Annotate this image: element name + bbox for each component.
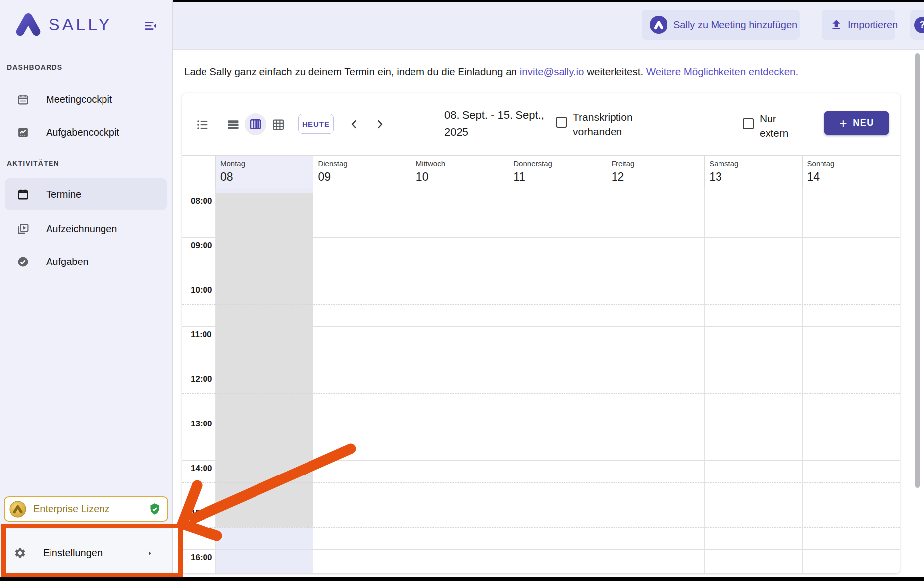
day-name: Montag (220, 159, 313, 168)
new-event-button[interactable]: + NEU (824, 111, 889, 135)
video-library-icon (17, 223, 29, 235)
bottom-black-edge (0, 577, 924, 581)
grid-halfhour-line (182, 438, 900, 438)
grid-hour-line (182, 416, 900, 416)
help-button[interactable]: ? (910, 10, 924, 40)
sidebar-item-aufgaben[interactable]: Aufgaben (0, 248, 172, 275)
sidebar-item-aufzeichnungen[interactable]: Aufzeichnungen (0, 215, 172, 243)
sidebar-item-einstellungen[interactable]: Einstellungen (0, 529, 172, 577)
day-header-cell: Dienstag09 (313, 156, 411, 188)
invite-email-link[interactable]: invite@sally.io (520, 66, 584, 77)
day-name: Freitag (612, 159, 704, 168)
plus-icon: + (839, 117, 847, 130)
time-label: 14:00 (191, 464, 212, 474)
top-header-bar: Sally zu Meeting hinzufügen Importieren … (172, 0, 924, 50)
grid-halfhour-line (182, 572, 900, 572)
import-button[interactable]: Importieren (822, 10, 895, 40)
day-number: 09 (318, 170, 411, 184)
time-label: 12:00 (191, 374, 212, 384)
grid-hour-line (182, 282, 900, 282)
banner-text: Lade Sally ganz einfach zu deinem Termin… (184, 66, 520, 77)
time-label: 15:00 (191, 508, 212, 518)
section-aktivitaeten: AKTIVITÄTEN (7, 159, 59, 167)
shield-check-icon (148, 502, 161, 517)
day-header-cell: Donnerstag11 (509, 156, 606, 188)
filter-transcription[interactable]: Transkriptionvorhanden (556, 110, 633, 139)
extern-checkbox[interactable] (743, 118, 754, 129)
sidebar-item-meetingcockpit[interactable]: Meetingcockpit (0, 85, 172, 113)
grid-halfhour-line (182, 349, 900, 349)
sidebar-item-label: Aufgabencockpit (46, 127, 119, 138)
day-number: 13 (709, 170, 802, 184)
day-number: 08 (220, 170, 313, 184)
gear-icon (14, 547, 26, 559)
collapse-sidebar-icon[interactable] (143, 18, 158, 34)
grid-column-line (704, 188, 705, 573)
day-column[interactable] (704, 188, 802, 573)
transcription-checkbox[interactable] (556, 117, 567, 128)
gold-sally-badge-icon (9, 501, 26, 518)
grid-hour-line (182, 193, 900, 193)
sally-logo-icon (14, 10, 43, 39)
license-label: Enterprise Lizenz (33, 503, 141, 515)
date-range-line1: 08. Sept. - 15. Sept., (444, 107, 544, 124)
day-column[interactable] (802, 188, 900, 573)
time-label: 11:00 (191, 330, 212, 340)
time-label: 10:00 (191, 285, 212, 295)
day-name: Sonntag (807, 159, 900, 168)
app-logo: SALLY (14, 10, 112, 39)
grid-halfhour-line (182, 215, 900, 215)
vertical-scrollbar[interactable] (915, 53, 920, 488)
sidebar: SALLY DASHBOARDS Meetingcockpit Aufgaben… (0, 0, 173, 581)
day-view-icon[interactable] (226, 118, 240, 132)
grid-halfhour-line (182, 260, 900, 260)
date-range: 08. Sept. - 15. Sept., 2025 (444, 107, 544, 141)
time-label: 16:00 (191, 553, 212, 563)
time-label: 09:00 (191, 241, 212, 251)
month-view-icon[interactable] (271, 118, 285, 132)
license-badge[interactable]: Enterprise Lizenz (4, 496, 168, 522)
sidebar-item-termine[interactable]: Termine (5, 178, 167, 210)
sidebar-item-aufgabencockpit[interactable]: Aufgabencockpit (0, 118, 172, 146)
day-name: Dienstag (318, 159, 411, 168)
settings-label: Einstellungen (43, 547, 129, 559)
sidebar-item-label: Aufzeichnungen (46, 223, 117, 235)
upload-icon (830, 18, 843, 31)
grid-hour-line (182, 326, 900, 327)
sidebar-item-label: Aufgaben (46, 256, 89, 267)
day-column[interactable] (607, 188, 704, 573)
today-button[interactable]: HEUTE (298, 114, 334, 134)
day-header-cell: Samstag13 (704, 156, 802, 188)
filter-extern[interactable]: Nurextern (743, 111, 788, 140)
section-dashboards: DASHBOARDS (7, 63, 62, 71)
list-view-icon[interactable] (196, 118, 209, 132)
day-column[interactable] (411, 188, 509, 573)
calendar-month-icon (17, 93, 29, 106)
chevron-right-icon[interactable] (372, 117, 387, 132)
day-name: Donnerstag (513, 159, 606, 168)
day-number: 12 (612, 170, 704, 184)
day-column[interactable] (215, 188, 313, 573)
sidebar-item-label: Termine (46, 189, 81, 200)
app-name: SALLY (49, 15, 112, 34)
day-number: 14 (807, 170, 900, 184)
more-options-link[interactable]: Weitere Möglichkeiten entdecken. (646, 66, 798, 77)
question-mark-icon: ? (914, 17, 924, 33)
time-label: 08:00 (191, 196, 212, 206)
day-column[interactable] (313, 188, 411, 573)
week-view-icon (249, 117, 262, 131)
grid-halfhour-line (182, 527, 900, 528)
check-circle-icon (17, 256, 29, 268)
grid-column-line (509, 188, 509, 573)
grid-halfhour-line (182, 393, 900, 394)
chevron-left-icon[interactable] (347, 117, 361, 132)
grid-halfhour-line (182, 304, 900, 305)
banner-text: weiterleitest. (584, 66, 646, 77)
day-header-cell: Freitag12 (607, 156, 704, 188)
calendar-icon (17, 188, 29, 201)
day-column[interactable] (509, 188, 606, 573)
add-sally-to-meeting-button[interactable]: Sally zu Meeting hinzufügen (642, 10, 800, 40)
week-view-button-selected[interactable] (245, 113, 266, 135)
top-black-edge (173, 0, 924, 2)
time-label: 13:00 (191, 419, 212, 429)
